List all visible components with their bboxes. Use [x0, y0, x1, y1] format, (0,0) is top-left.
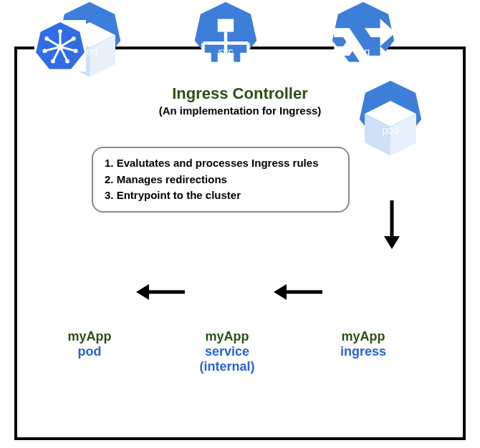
pod-node-top: pod: [358, 79, 423, 143]
caption-pod: myApp pod: [43, 329, 136, 359]
caption-svc-extra: (internal): [181, 359, 274, 374]
svg-marker-38: [274, 284, 287, 300]
svg-point-9: [58, 29, 62, 34]
rule-1: 1. Evalutates and processes Ingress rule…: [105, 155, 337, 172]
svg-marker-40: [136, 284, 149, 300]
svg-point-12: [65, 59, 69, 64]
svg-point-10: [72, 36, 76, 41]
pod-label: pod: [358, 125, 423, 136]
arrow-down-icon: [381, 200, 403, 250]
caption-svc-name: myApp: [205, 329, 249, 344]
rules-box: 1. Evalutates and processes Ingress rule…: [92, 147, 350, 213]
arrow-left-icon: [135, 281, 185, 303]
svg-rect-25: [218, 19, 234, 32]
ingress-controller-title: Ingress Controller (An implementation fo…: [129, 84, 351, 117]
service-node: svc: [193, 0, 258, 64]
hierarchy-icon: [193, 16, 258, 74]
caption-svc-type: service: [181, 344, 274, 359]
caption-ing-name: myApp: [341, 329, 385, 344]
shuffle-icon: [331, 16, 395, 74]
caption-svc: myApp service (internal): [181, 329, 274, 374]
ingress-node: ing: [331, 0, 395, 64]
kubernetes-logo-icon: [34, 20, 86, 72]
rule-2: 2. Manages redirections: [105, 172, 337, 188]
caption-ing: myApp ingress: [317, 329, 410, 359]
caption-pod-type: pod: [43, 344, 136, 359]
svg-point-15: [44, 36, 49, 41]
rule-3: 3. Entrypoint to the cluster: [105, 188, 337, 204]
caption-pod-name: myApp: [67, 329, 111, 344]
title-sub: (An implementation for Ingress): [129, 104, 351, 117]
ing-label: ing: [331, 46, 395, 57]
title-main: Ingress Controller: [129, 84, 351, 103]
arrow-left-icon: [272, 281, 322, 303]
svg-point-14: [43, 49, 47, 53]
svg-point-13: [51, 59, 55, 64]
svg-point-11: [74, 49, 78, 53]
caption-ing-type: ingress: [317, 344, 410, 359]
svg-marker-36: [384, 236, 400, 249]
svc-label: svc: [193, 46, 258, 57]
